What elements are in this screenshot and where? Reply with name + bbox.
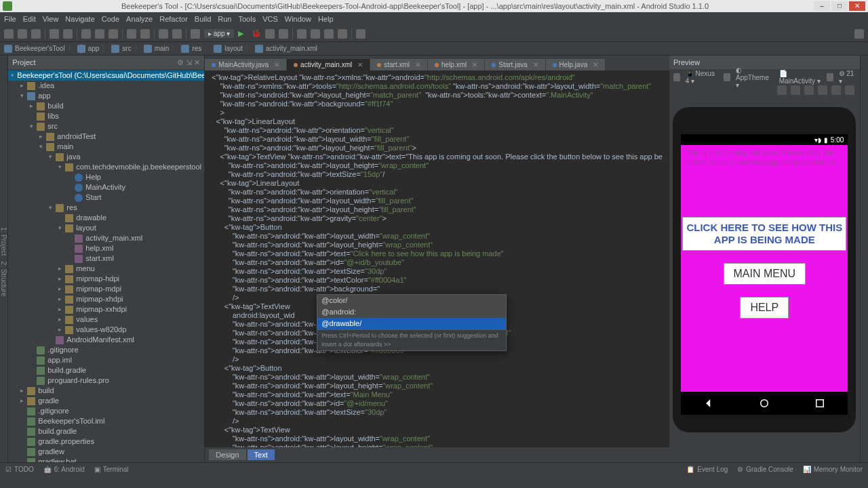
maximize-button[interactable]: □ [831,1,848,11]
code-line[interactable]: "kw-attr-ns">android:"kw-attr">layout_he… [212,241,663,249]
close-button[interactable]: ✕ [849,1,865,11]
android-tab[interactable]: 🤖 6: Android [43,466,85,473]
code-line[interactable]: "kw-attr-ns">android:"kw-attr">layout_he… [212,205,663,214]
tree-item[interactable]: app.iml [8,355,204,365]
back-nav-icon[interactable] [703,397,715,409]
eventlog-tab[interactable]: 📋 Event Log [686,466,728,473]
code-line[interactable]: <"kw-tag">TextView [212,426,663,434]
code-line[interactable]: "kw-attr-ns">android:"kw-attr">orientati… [212,188,663,197]
code-editor[interactable]: <"kw-tag">RelativeLayout "kw-attr-ns">xm… [205,70,669,447]
tree-item[interactable]: ▾res [8,203,204,213]
save-icon[interactable] [18,29,27,39]
tree-item[interactable]: Help [8,172,204,182]
tree-item[interactable]: ▾java [8,152,204,162]
tree-item[interactable]: activity_main.xml [8,233,204,243]
settings-icon[interactable] [845,85,854,95]
code-line[interactable]: /> [212,417,663,426]
code-line[interactable]: "kw-attr-ns">android:"kw-attr">layout_wi… [212,135,663,144]
code-line[interactable]: "kw-attr-ns">android:"kw-attr">backgroun… [212,100,663,108]
tree-item[interactable]: ▾src [8,121,204,131]
gradle-console-tab[interactable]: ⚙ Gradle Console [737,466,793,473]
todo-tab[interactable]: ☑ TODO [5,466,34,473]
copy-icon[interactable] [95,29,104,39]
code-line[interactable]: "kw-attr-ns">android:"kw-attr">textSize=… [212,408,663,417]
editor-tab[interactable]: start.xml ✕ [370,59,427,70]
tree-item[interactable]: ▾app [8,91,204,101]
code-line[interactable]: "kw-attr-ns">android:"kw-attr">layout_he… [212,91,663,100]
breadcrumb-item[interactable]: layout [224,45,243,52]
screenshot-icon[interactable] [831,85,841,95]
theme-icon[interactable] [724,73,730,81]
code-line[interactable]: "kw-attr-ns">android:"kw-attr">layout_he… [212,161,663,170]
replace-icon[interactable] [140,29,150,39]
tree-item[interactable]: ▸menu [8,264,204,274]
terminal-tab[interactable]: ▣ Terminal [94,466,129,473]
forward-icon[interactable] [172,29,182,39]
ddms-icon[interactable] [324,29,334,39]
editor-tab[interactable]: help.xml ✕ [428,59,484,70]
menu-refactor[interactable]: Refactor [159,15,188,23]
menu-file[interactable]: File [4,15,16,23]
tree-item[interactable]: libs [8,111,204,121]
locale-icon[interactable] [827,73,833,81]
autocomplete-item[interactable]: @drawable/ [317,318,506,329]
orientation-icon[interactable] [673,73,680,81]
code-line[interactable]: "kw-attr-ns">android:"kw-attr">text="Cli… [212,249,663,258]
code-line[interactable]: > [212,108,663,117]
editor-tab[interactable]: Help.java ✕ [546,59,606,70]
attach-icon[interactable] [265,29,275,39]
tree-item[interactable]: ▸androidTest [8,131,204,142]
tree-item[interactable]: Start [8,192,204,203]
tree-item[interactable]: gradlew [8,447,204,457]
code-line[interactable]: "kw-attr-ns">android:"kw-attr">layout_wi… [212,373,663,382]
tree-item[interactable]: build.gradle [8,365,204,375]
api-selector[interactable]: ⚙ 21 ▾ [839,70,856,85]
tree-item[interactable]: MainActivity [8,182,204,192]
code-line[interactable]: "kw-attr-ns">android:"kw-attr">layout_wi… [212,232,663,241]
debug-icon[interactable]: 🐞 [252,29,261,39]
code-line[interactable]: "kw-attr-ns">android:"kw-attr">layout_he… [212,443,663,447]
code-line[interactable]: "kw-attr-ns">android:"kw-attr">gravity="… [212,214,663,223]
breadcrumb-item[interactable]: res [192,45,201,52]
gradle-sync-icon[interactable] [338,29,347,39]
autocomplete-item[interactable]: @color/ [317,295,506,306]
code-line[interactable]: "kw-attr-ns">android:"kw-attr">layout_wi… [212,434,663,443]
open-icon[interactable] [4,29,14,39]
help-button[interactable]: HELP [740,297,789,319]
tree-item[interactable]: ▸mipmap-xxhdpi [8,304,204,314]
code-line[interactable]: "kw-attr-ns">android:"kw-attr">backgroun… [212,285,663,293]
avd-icon[interactable] [297,29,307,39]
paste-icon[interactable] [108,29,118,39]
tree-item[interactable]: gradle.properties [8,436,204,447]
tree-item[interactable]: proguard-rules.pro [8,375,204,386]
editor-tab[interactable]: Start.java ✕ [485,59,545,70]
menu-window[interactable]: Window [285,15,311,23]
code-line[interactable]: /> [212,355,663,364]
menu-build[interactable]: Build [195,15,211,23]
undo-icon[interactable] [50,29,59,39]
tree-item[interactable]: ▸mipmap-xhdpi [8,294,204,304]
code-line[interactable]: "kw-attr-ns">android:"kw-attr">layout_he… [212,382,663,390]
run-config-selector[interactable]: ▸ app ▾ [204,29,234,38]
menu-tools[interactable]: Tools [238,15,256,23]
minimize-button[interactable]: – [814,1,830,11]
code-line[interactable]: <"kw-tag">LinearLayout [212,117,663,126]
project-tree[interactable]: ▾Beekeeper'sTool (C:\Users\csuai\Documen… [8,69,204,462]
autocomplete-popup[interactable]: @color/@android:@drawable/Press Ctrl+Per… [317,294,507,351]
editor-tab[interactable]: MainActivity.java ✕ [205,59,286,70]
code-line[interactable]: "kw-attr-ns">android:"kw-attr">text="Mai… [212,390,663,399]
breadcrumb-item[interactable]: main [155,45,170,52]
tree-item[interactable]: .gitignore [8,345,204,355]
menu-analyze[interactable]: Analyze [126,15,153,23]
code-line[interactable]: <"kw-tag">Button [212,223,663,232]
tree-item[interactable]: ▾layout [8,223,204,233]
tree-item[interactable]: ▸build [8,386,204,396]
code-line[interactable]: <"kw-tag">RelativeLayout "kw-attr-ns">xm… [212,73,663,82]
tree-item[interactable]: ▸build [8,101,204,111]
stop-icon[interactable] [279,29,288,39]
recent-nav-icon[interactable] [814,397,826,409]
help-icon[interactable] [356,29,366,39]
tree-item[interactable]: ▾com.techdevmobile.jp.beekeeperstool [8,162,204,172]
cut-icon[interactable] [81,29,91,39]
find-icon[interactable] [127,29,136,39]
